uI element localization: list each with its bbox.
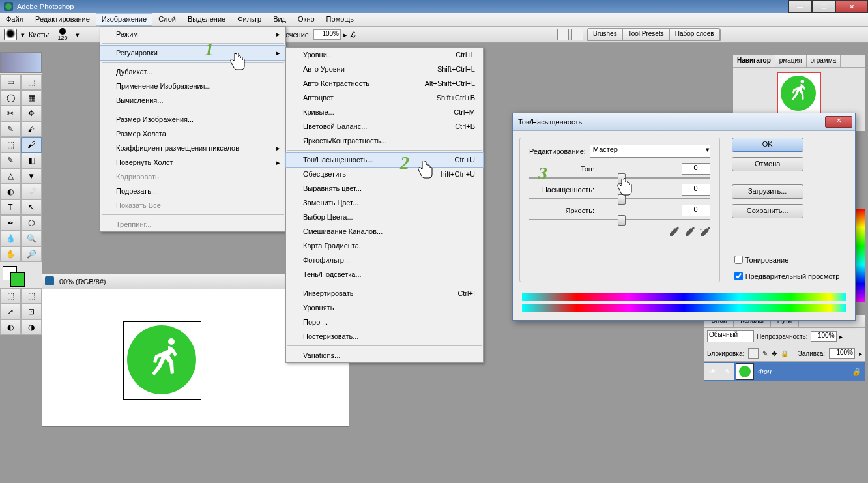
menu-Выделение[interactable]: Выделение [182, 13, 231, 26]
tool-0[interactable]: ▭ [0, 74, 21, 90]
visibility-toggle[interactable]: 👁 [704, 363, 719, 380]
menu-item[interactable]: Цветовой Баланс...Ctrl+B [286, 119, 483, 134]
mode-tool-5[interactable]: ◑ [21, 319, 42, 335]
lock-transparency-icon[interactable] [748, 348, 759, 359]
eyedropper-icon[interactable] [669, 227, 679, 237]
menu-item[interactable]: Выбор Цвета... [286, 210, 483, 224]
tool-9[interactable]: 🖌 [21, 137, 42, 153]
eyedropper-plus-icon[interactable]: + [684, 227, 695, 237]
close-button[interactable]: ✕ [835, 0, 868, 13]
save-button[interactable]: Сохранить... [732, 204, 803, 218]
tool-15[interactable]: 🩹 [21, 184, 42, 199]
tool-11[interactable]: ◧ [21, 153, 42, 168]
ok-button[interactable]: OK [732, 138, 803, 152]
menu-item[interactable]: Уровнять [286, 300, 483, 315]
menu-item[interactable]: Тон/Насыщенность...Ctrl+U [285, 152, 484, 168]
background-color[interactable] [10, 272, 25, 287]
tool-17[interactable]: ↖ [21, 199, 42, 215]
menu-item[interactable]: Авто УровниShift+Ctrl+L [286, 62, 483, 76]
dialog-titlebar[interactable]: Тон/Насыщенность ✕ [513, 113, 855, 131]
menu-item[interactable]: Карта Градиента... [286, 239, 483, 253]
menu-item[interactable]: Применение Изображения... [100, 79, 285, 93]
edit-select[interactable]: Мастер▾ [590, 145, 710, 158]
nav-tab[interactable]: Навигатор [733, 55, 775, 67]
fill-input[interactable]: 100% [829, 348, 855, 359]
tool-8[interactable]: ⬚ [0, 137, 21, 153]
mode-tool-3[interactable]: ⊡ [21, 304, 42, 319]
menu-item[interactable]: Порог... [286, 315, 483, 329]
menu-Окно[interactable]: Окно [292, 13, 321, 26]
blend-mode-select[interactable]: Обычный [707, 330, 754, 342]
tool-3[interactable]: ▦ [21, 90, 42, 106]
dialog-close-button[interactable]: ✕ [825, 116, 852, 128]
slider-value[interactable]: 0 [682, 205, 710, 216]
brush-tool-icon[interactable] [4, 29, 17, 40]
tab-Brushes[interactable]: Brushes [588, 29, 623, 40]
tool-6[interactable]: ✎ [0, 121, 21, 137]
tool-22[interactable]: ✋ [0, 246, 21, 262]
slider-track[interactable] [529, 198, 710, 199]
brush-preset[interactable]: 120 [53, 28, 72, 41]
lock-all-icon[interactable]: 🔒 [781, 350, 788, 357]
menu-item[interactable]: ИнвертироватьCtrl+I [286, 286, 483, 300]
menu-item[interactable]: Подрезать... [100, 184, 285, 198]
mode-tool-0[interactable]: ⬚ [0, 288, 21, 304]
menu-item[interactable]: Постеризовать... [286, 329, 483, 344]
nav-tab[interactable]: ограмма [807, 55, 841, 67]
tool-23[interactable]: 🔎 [21, 246, 42, 262]
menu-Вид[interactable]: Вид [267, 13, 292, 26]
tool-16[interactable]: T [0, 199, 21, 215]
menu-item[interactable]: Яркость/Контрастность... [286, 134, 483, 148]
tool-10[interactable]: ✎ [0, 153, 21, 168]
menu-Файл[interactable]: Файл [0, 13, 29, 26]
tab-Tool Presets[interactable]: Tool Presets [623, 29, 670, 40]
load-button[interactable]: Загрузить... [732, 184, 803, 199]
menu-item[interactable]: Регулировки▸ [100, 45, 286, 61]
preview-checkbox[interactable] [734, 272, 743, 280]
menu-item[interactable]: Variations... [286, 348, 483, 362]
menu-item[interactable]: Вычисления... [100, 93, 285, 108]
menu-item[interactable]: Фотофильтр... [286, 253, 483, 267]
menu-item[interactable]: Кривые...Ctrl+M [286, 105, 483, 119]
layer-thumbnail[interactable] [736, 363, 754, 380]
eyedropper-minus-icon[interactable]: - [700, 227, 710, 237]
airbrush-icon[interactable]: ℒ [350, 31, 355, 39]
menu-item[interactable]: Выравнять цвет... [286, 181, 483, 196]
menu-item[interactable]: Режим▸ [100, 27, 285, 41]
mode-tool-2[interactable]: ↗ [0, 304, 21, 319]
layer-row[interactable]: 👁 ✎ Фон 🔒 [704, 362, 865, 381]
opacity-input[interactable]: 100% [811, 331, 837, 342]
tool-18[interactable]: ✒ [0, 215, 21, 231]
menu-Редактирование[interactable]: Редактирование [29, 13, 96, 26]
menu-item[interactable]: Коэффициент размещения пикселов▸ [100, 141, 285, 155]
tool-20[interactable]: 💧 [0, 231, 21, 246]
mode-tool-1[interactable]: ⬚ [21, 288, 42, 304]
menu-Помощь[interactable]: Помощь [321, 13, 360, 26]
slider-value[interactable]: 0 [682, 184, 710, 196]
tool-19[interactable]: ⬡ [21, 215, 42, 231]
mode-tool-4[interactable]: ◐ [0, 319, 21, 335]
tool-7[interactable]: 🖌 [21, 121, 42, 137]
slider-thumb[interactable] [618, 215, 626, 226]
menu-item[interactable]: Дубликат... [100, 65, 285, 79]
colorize-checkbox[interactable] [734, 256, 743, 264]
nav-tab[interactable]: рмация [775, 55, 807, 67]
paint-icon[interactable]: ✎ [719, 363, 734, 380]
menu-Слой[interactable]: Слой [152, 13, 182, 26]
tool-1[interactable]: ⬚ [21, 74, 42, 90]
menu-item[interactable]: Размер Изображения... [100, 112, 285, 126]
menu-item[interactable]: Уровни...Ctrl+L [286, 48, 483, 62]
tab-Набор слоев[interactable]: Набор слоев [670, 29, 720, 40]
menu-item[interactable]: Размер Холста... [100, 126, 285, 141]
menu-Фильтр[interactable]: Фильтр [231, 13, 267, 26]
menu-item[interactable]: Заменить Цвет... [286, 196, 483, 210]
tool-2[interactable]: ◯ [0, 90, 21, 106]
color-swatches[interactable] [0, 265, 42, 288]
lock-paint-icon[interactable]: ✎ [762, 350, 768, 357]
palette-icon[interactable] [571, 29, 583, 40]
menu-item[interactable]: Смешивание Каналов... [286, 224, 483, 239]
tool-5[interactable]: ✥ [21, 106, 42, 121]
menu-Изображение[interactable]: Изображение [96, 13, 152, 26]
menu-item[interactable]: Авто КонтрастностьAlt+Shift+Ctrl+L [286, 76, 483, 91]
tool-14[interactable]: ◐ [0, 184, 21, 199]
